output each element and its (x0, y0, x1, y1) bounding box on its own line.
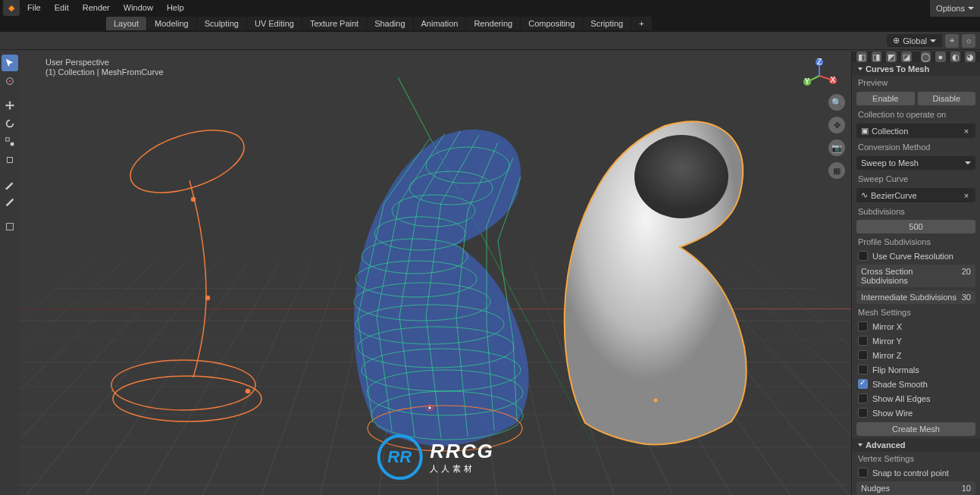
solid-mode-icon[interactable]: ● (935, 52, 946, 62)
navigation-gizmo[interactable]: X Y Z (801, 58, 838, 94)
transform-tool[interactable] (2, 152, 18, 168)
nudges-field[interactable]: Nudges10 (856, 481, 975, 495)
sweep-curve-input[interactable]: ∿ BezierCurve × (856, 188, 975, 202)
clear-collection-icon[interactable]: × (962, 127, 971, 136)
panel-icon-4[interactable]: ◪ (901, 52, 912, 62)
mesh-settings-label: Mesh Settings (852, 305, 980, 319)
conversion-label: Conversion Method (852, 140, 980, 154)
wireframe-mode-icon[interactable]: ◯ (921, 52, 931, 62)
intermediate-field[interactable]: Intermediate Subdivisions30 (856, 290, 975, 304)
svg-point-11 (246, 390, 250, 393)
mirror-x-checkbox[interactable] (858, 321, 868, 331)
cross-section-field[interactable]: Cross Section Subdivisions20 (856, 265, 975, 287)
clear-sweep-icon[interactable]: × (962, 191, 971, 200)
conversion-dropdown[interactable]: Sweep to Mesh (856, 156, 975, 170)
top-menu: ◆ File Edit Render Window Help (0, 0, 980, 15)
svg-point-28 (654, 399, 658, 403)
add-primitive-tool[interactable] (2, 218, 18, 235)
tab-animation[interactable]: Animation (414, 17, 466, 30)
svg-rect-5 (7, 224, 14, 230)
disable-button[interactable]: Disable (918, 92, 976, 105)
flip-normals-checkbox[interactable] (858, 365, 868, 374)
scale-tool[interactable] (2, 133, 18, 150)
collection-input[interactable]: ▣ Collection × (856, 124, 975, 138)
use-curve-res-checkbox[interactable] (858, 251, 868, 261)
blender-logo-icon: ◆ (3, 0, 20, 16)
subdivisions-field[interactable]: 500 (856, 220, 975, 233)
tab-shading[interactable]: Shading (367, 17, 412, 30)
viewport-header: ⊕ Global ⌖ ○ Options (0, 32, 980, 50)
svg-text:Z: Z (817, 58, 822, 66)
tab-add[interactable]: + (631, 17, 651, 30)
snap-label: Snap to control point (872, 468, 949, 478)
svg-point-1 (9, 80, 11, 83)
mirror-y-checkbox[interactable] (858, 336, 868, 346)
camera-view-icon[interactable]: 📷 (828, 139, 845, 156)
viewport-3d[interactable]: User Perspective (1) Collection | MeshFr… (20, 52, 851, 495)
menu-edit[interactable]: Edit (49, 2, 75, 14)
snap-icon[interactable]: ⌖ (945, 34, 959, 48)
tab-rendering[interactable]: Rendering (466, 17, 520, 30)
vertex-settings-label: Vertex Settings (852, 452, 980, 465)
svg-point-10 (206, 296, 210, 300)
menu-help[interactable]: Help (161, 2, 190, 14)
options-button[interactable]: Options (930, 0, 980, 17)
cursor-tool[interactable] (2, 73, 18, 89)
subdiv-label: Subdivisions (852, 205, 980, 218)
tab-scripting[interactable]: Scripting (583, 17, 631, 30)
collection-label: Collection to operate on (852, 108, 980, 121)
curve-object (111, 118, 261, 421)
panel-icon-3[interactable]: ◩ (886, 52, 897, 62)
show-edges-checkbox[interactable] (858, 393, 868, 403)
select-tool[interactable] (2, 55, 18, 71)
panel-icon-2[interactable]: ◨ (872, 52, 882, 62)
shade-smooth-label: Shade Smooth (872, 380, 928, 389)
svg-point-7 (111, 360, 255, 410)
show-wire-checkbox[interactable] (858, 408, 868, 418)
mirror-z-checkbox[interactable] (858, 350, 868, 360)
material-mode-icon[interactable]: ◐ (950, 52, 961, 62)
tab-compositing[interactable]: Compositing (521, 17, 582, 30)
preview-label: Preview (852, 76, 980, 89)
advanced-section[interactable]: Advanced (852, 438, 980, 452)
snap-checkbox[interactable] (858, 468, 868, 478)
panel-title[interactable]: Curves To Mesh (852, 62, 980, 76)
create-mesh-button[interactable]: Create Mesh (856, 422, 975, 436)
tab-sculpting[interactable]: Sculpting (197, 17, 246, 30)
flip-normals-label: Flip Normals (872, 365, 919, 374)
tab-layout[interactable]: Layout (106, 17, 146, 30)
show-edges-label: Show All Edges (872, 394, 930, 403)
perspective-icon[interactable]: ▦ (828, 162, 845, 179)
measure-tool[interactable] (2, 194, 18, 211)
scene-content (20, 52, 851, 495)
left-toolbar (0, 52, 20, 495)
use-curve-res-label: Use Curve Resolution (872, 252, 953, 261)
tab-uv[interactable]: UV Editing (247, 17, 302, 30)
move-view-icon[interactable]: ✥ (828, 117, 845, 133)
menu-render[interactable]: Render (77, 2, 116, 14)
enable-button[interactable]: Enable (856, 92, 915, 105)
tab-texture[interactable]: Texture Paint (302, 17, 366, 30)
svg-rect-4 (8, 158, 13, 163)
shade-smooth-checkbox[interactable] (858, 379, 868, 389)
move-tool[interactable] (2, 97, 18, 114)
solid-mesh-selected (565, 121, 747, 444)
svg-point-26 (429, 407, 431, 409)
mirror-y-label: Mirror Y (872, 337, 902, 346)
menu-window[interactable]: Window (117, 2, 159, 14)
menu-file[interactable]: File (21, 2, 47, 14)
panel-header-icons: ◧ ◨ ◩ ◪ ◯ ● ◐ ◕ (852, 52, 980, 62)
zoom-icon[interactable]: 🔍 (828, 94, 845, 111)
svg-text:X: X (830, 75, 836, 84)
orientation-dropdown[interactable]: ⊕ Global (887, 34, 942, 47)
svg-text:Y: Y (804, 77, 810, 86)
svg-rect-2 (6, 138, 9, 141)
panel-icon-1[interactable]: ◧ (856, 52, 867, 62)
tab-modeling[interactable]: Modeling (147, 17, 196, 30)
proportional-icon[interactable]: ○ (962, 34, 975, 48)
rotate-tool[interactable] (2, 115, 18, 132)
rendered-mode-icon[interactable]: ◕ (965, 52, 975, 62)
svg-point-8 (113, 376, 261, 421)
annotate-tool[interactable] (2, 176, 18, 193)
wireframe-mesh (354, 130, 529, 451)
